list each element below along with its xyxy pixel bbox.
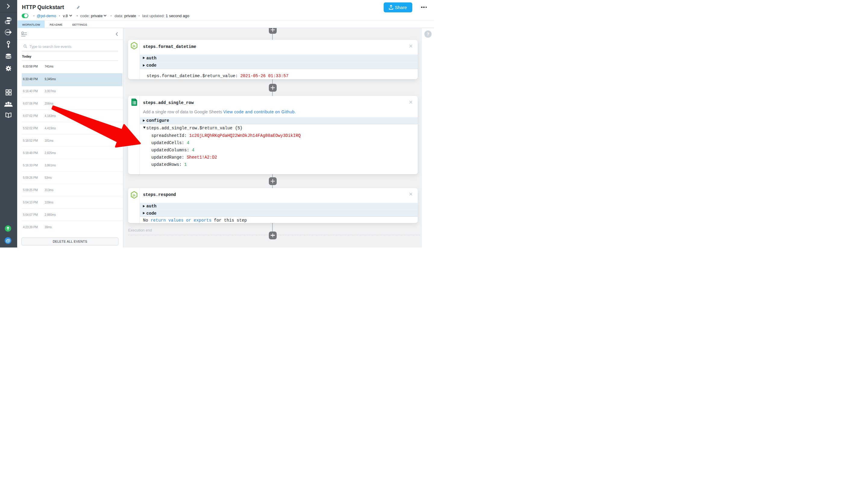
svg-text:@: @ [6,238,10,243]
svg-text:js: js [132,193,136,197]
svg-text:js: js [132,44,136,48]
